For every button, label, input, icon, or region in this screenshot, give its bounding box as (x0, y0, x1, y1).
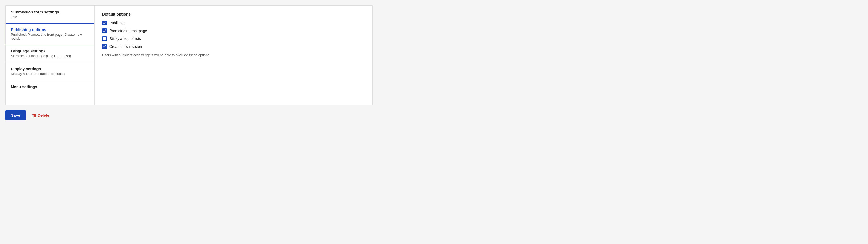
sidebar-item-menu-title: Menu settings (11, 84, 89, 89)
option-label-promoted: Promoted to front page (110, 29, 147, 33)
footer-actions: Save Delete (5, 110, 373, 120)
option-label-published: Published (110, 21, 126, 25)
checkmark-icon-published (103, 21, 106, 24)
option-label-revision: Create new revision (110, 45, 142, 49)
delete-button[interactable]: Delete (32, 113, 49, 117)
trash-icon (32, 113, 36, 117)
checkbox-published[interactable] (102, 21, 107, 25)
options-list: Published Promoted to front page Sticky (102, 21, 365, 49)
content-area: Default options Published (95, 5, 372, 105)
delete-label: Delete (37, 113, 49, 117)
checkbox-sticky[interactable] (102, 36, 107, 41)
sidebar-item-submission-title: Submission form settings (11, 10, 89, 14)
main-content: Submission form settings Title Publishin… (5, 5, 373, 105)
sidebar-item-display-title: Display settings (11, 66, 89, 71)
sidebar-item-display-settings[interactable]: Display settings Display author and date… (5, 62, 94, 80)
checkbox-promoted[interactable] (102, 28, 107, 33)
svg-rect-2 (32, 114, 36, 115)
page-container: Submission form settings Title Publishin… (5, 5, 373, 120)
option-row-promoted: Promoted to front page (102, 28, 365, 33)
sidebar-item-submission-form-settings[interactable]: Submission form settings Title (5, 5, 94, 23)
sidebar-item-display-subtitle: Display author and date information (11, 72, 89, 76)
option-row-sticky: Sticky at top of lists (102, 36, 365, 41)
sidebar-item-submission-subtitle: Title (11, 15, 89, 19)
sidebar-item-publishing-title: Publishing options (11, 27, 89, 32)
sidebar-item-language-settings[interactable]: Language settings Site's default languag… (5, 45, 94, 62)
sidebar-item-publishing-subtitle: Published, Promoted to front page, Creat… (11, 33, 89, 40)
sidebar-item-language-title: Language settings (11, 49, 89, 53)
sidebar: Submission form settings Title Publishin… (5, 5, 95, 105)
checkmark-icon-revision (103, 45, 106, 48)
section-title: Default options (102, 12, 365, 16)
option-row-revision: Create new revision (102, 44, 365, 49)
sidebar-item-language-subtitle: Site's default language (English, Britis… (11, 54, 89, 58)
sidebar-item-menu-settings[interactable]: Menu settings (5, 80, 94, 93)
checkbox-revision[interactable] (102, 44, 107, 49)
help-text: Users with sufficient access rights will… (102, 53, 365, 57)
option-label-sticky: Sticky at top of lists (110, 36, 141, 41)
sidebar-item-publishing-options[interactable]: Publishing options Published, Promoted t… (5, 23, 94, 45)
checkmark-icon-promoted (103, 29, 106, 32)
save-button[interactable]: Save (5, 110, 26, 120)
option-row-published: Published (102, 21, 365, 25)
